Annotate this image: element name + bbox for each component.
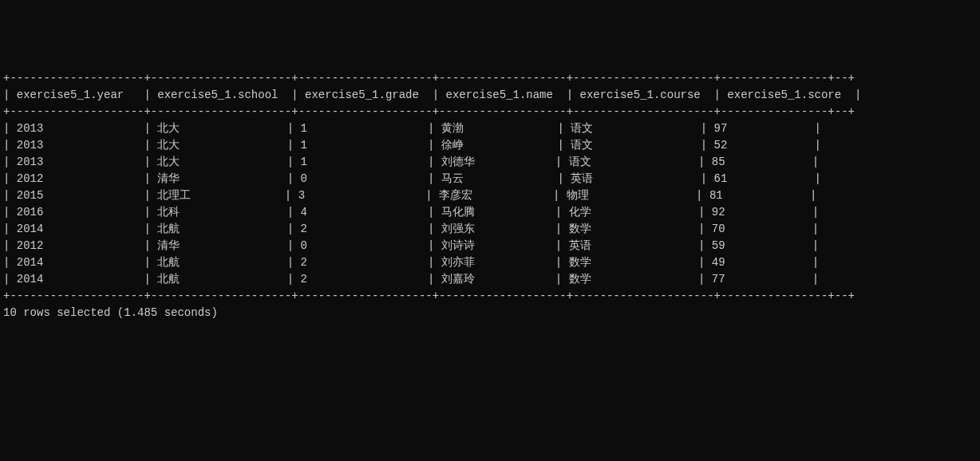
- table-header-row: | exercise5_1.year | exercise5_1.school …: [3, 89, 861, 101]
- table-separator-top: +--------------------+------------------…: [3, 72, 855, 85]
- query-status-line: 10 rows selected (1.485 seconds): [3, 306, 218, 319]
- sql-query-output: +--------------------+------------------…: [3, 70, 977, 321]
- table-separator-bottom: +--------------------+------------------…: [3, 290, 855, 302]
- table-data-rows: | 2013 | 北大 | 1 | 黄渤 | 语文 | 97 | | 2013 …: [3, 122, 821, 286]
- table-separator-mid: +--------------------+------------------…: [3, 105, 855, 118]
